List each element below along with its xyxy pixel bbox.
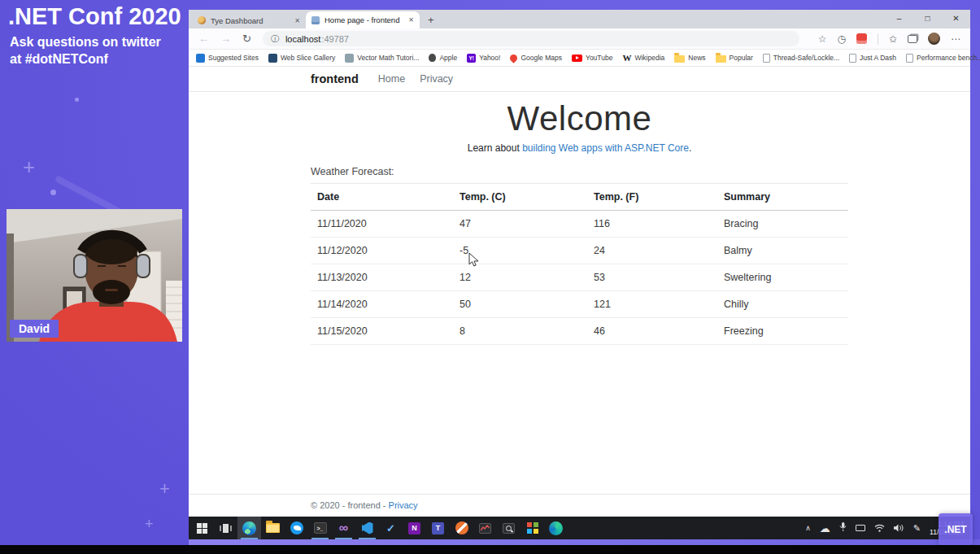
page-icon [849, 54, 856, 63]
address-bar[interactable]: ⓘ localhost:49787 [263, 31, 799, 46]
extension-icon[interactable] [856, 33, 867, 44]
bookmark-web-slice-gallery[interactable]: Web Slice Gallery [268, 54, 335, 63]
mouse-cursor [468, 252, 479, 271]
favorite-star-icon[interactable]: ☆ [818, 33, 827, 45]
sparkle-plus-icon: + [159, 478, 170, 499]
maximize-button[interactable]: □ [913, 10, 942, 28]
taskbar-perf-monitor[interactable] [473, 517, 497, 539]
taskbar-color-tiles[interactable] [520, 517, 544, 539]
bookmark-label: Web Slice Gallery [281, 54, 335, 62]
twitter-icon [290, 521, 303, 534]
teams-icon: T [432, 522, 444, 534]
bookmark-performance-bench[interactable]: Performance bench... [906, 54, 980, 63]
cell-temp-f: 116 [587, 211, 717, 238]
bookmark-label: Google Maps [520, 54, 562, 62]
cell-summary: Balmy [717, 238, 848, 264]
pen-icon[interactable]: ✎ [913, 524, 921, 533]
taskbar-terminal[interactable]: >_ [308, 517, 332, 539]
tab-close-icon[interactable]: ✕ [408, 16, 414, 24]
task-view-button[interactable] [214, 517, 237, 539]
sparkle-dot-icon [50, 190, 56, 195]
vscode-icon [362, 522, 373, 534]
taskbar-onenote[interactable]: N [403, 517, 426, 539]
window-controls: – □ ✕ [885, 10, 970, 28]
minimize-button[interactable]: – [885, 10, 913, 28]
nav-link-privacy[interactable]: Privacy [420, 73, 453, 85]
folder-icon [674, 55, 685, 63]
bookmark-wikipedia[interactable]: WWikipedia [622, 54, 664, 63]
orange-app-icon [455, 521, 468, 534]
page-footer: © 2020 - frontend - Privacy [189, 494, 970, 516]
new-tab-button[interactable]: + [428, 14, 434, 26]
bookmark-folder-popular[interactable]: Popular [716, 54, 753, 63]
bookmark-apple[interactable]: Apple [429, 54, 457, 62]
bookmark-folder-news[interactable]: News [674, 54, 705, 63]
start-icon [197, 523, 207, 534]
site-brand[interactable]: frontend [311, 72, 359, 85]
taskbar-twitter[interactable] [285, 517, 308, 539]
browser-toolbar: ← → ↻ ⓘ localhost:49787 ☆ ◷ ✩ ⋯ [189, 28, 970, 50]
bookmark-suggested-sites[interactable]: Suggested Sites [196, 54, 259, 63]
cell-date: 11/13/2020 [311, 264, 453, 291]
todo-check-icon: ✓ [386, 522, 395, 534]
task-view-icon [220, 524, 232, 533]
stream-subtitle-line2: at #dotNETConf [10, 50, 161, 68]
start-button[interactable] [190, 517, 214, 539]
microphone-icon[interactable] [839, 521, 847, 535]
back-icon[interactable]: ← [198, 33, 209, 45]
touch-keyboard-icon[interactable] [856, 525, 865, 531]
taskbar-edge[interactable] [237, 517, 261, 539]
nav-link-home[interactable]: Home [378, 73, 405, 85]
forward-icon[interactable]: → [220, 33, 231, 45]
maps-pin-icon [509, 53, 520, 63]
taskbar-visual-studio[interactable]: ∞ [332, 517, 355, 539]
bookmark-vector-math[interactable]: Vector Math Tutori... [345, 54, 419, 63]
refresh-icon[interactable]: ↻ [242, 33, 251, 45]
cell-temp-c: 50 [453, 291, 587, 318]
toolbar-actions: ☆ ◷ ✩ ⋯ [818, 33, 960, 45]
more-menu-icon[interactable]: ⋯ [951, 33, 960, 45]
wifi-icon[interactable] [874, 521, 885, 535]
toolbar-divider [878, 33, 878, 45]
site-icon [345, 54, 354, 63]
close-button[interactable]: ✕ [942, 10, 970, 28]
bookmark-label: Apple [439, 54, 457, 62]
table-row: 11/15/2020 8 46 Freezing [311, 318, 848, 345]
bookmark-youtube[interactable]: YouTube [572, 54, 612, 62]
collections-icon[interactable] [908, 35, 917, 43]
bookmark-just-a-dash[interactable]: Just A Dash [849, 54, 896, 63]
taskbar-teams[interactable]: T [426, 517, 450, 539]
tab-close-icon[interactable]: ✕ [294, 17, 300, 24]
col-header-temp-c: Temp. (C) [453, 184, 587, 211]
tab-tye-dashboard[interactable]: Tye Dashboard ✕ [192, 12, 306, 28]
bookmark-thread-safe[interactable]: Thread-Safe/Lockle... [763, 54, 839, 63]
bookmark-yahoo[interactable]: Y!Yahoo! [467, 54, 500, 63]
bookmark-label: Performance bench... [917, 54, 980, 62]
tab-home-page-frontend[interactable]: Home page - frontend ✕ [306, 11, 420, 28]
sparkle-plus-icon: + [145, 516, 154, 533]
aspnet-core-link[interactable]: building Web apps with ASP.NET Core [522, 142, 689, 154]
taskbar-edge-dev[interactable] [544, 517, 568, 539]
history-icon[interactable]: ◷ [837, 33, 845, 45]
col-header-date: Date [311, 184, 453, 211]
onedrive-cloud-icon[interactable]: ☁ [820, 524, 830, 533]
cell-temp-c: 8 [453, 318, 587, 345]
bookmarks-bar: Suggested Sites Web Slice Gallery Vector… [189, 50, 970, 67]
youtube-icon [572, 55, 582, 62]
footer-privacy-link[interactable]: Privacy [389, 500, 418, 510]
bookmark-label: Vector Math Tutori... [357, 54, 419, 62]
favorites-list-icon[interactable]: ✩ [889, 33, 897, 45]
cell-summary: Freezing [717, 318, 848, 345]
bookmark-label: Yahoo! [479, 54, 500, 62]
taskbar-file-explorer[interactable] [261, 517, 285, 539]
taskbar-orange-app[interactable] [450, 517, 473, 539]
taskbar-magnifier-tool[interactable] [497, 517, 520, 539]
tray-chevron-up-icon[interactable]: ∧ [805, 524, 811, 533]
site-info-icon[interactable]: ⓘ [271, 33, 279, 45]
bookmark-google-maps[interactable]: Google Maps [510, 54, 562, 62]
bookmark-label: Just A Dash [860, 54, 896, 62]
taskbar-todo[interactable]: ✓ [379, 517, 403, 539]
taskbar-vscode[interactable] [355, 517, 379, 539]
profile-avatar[interactable] [928, 33, 940, 45]
volume-icon[interactable] [894, 521, 904, 535]
